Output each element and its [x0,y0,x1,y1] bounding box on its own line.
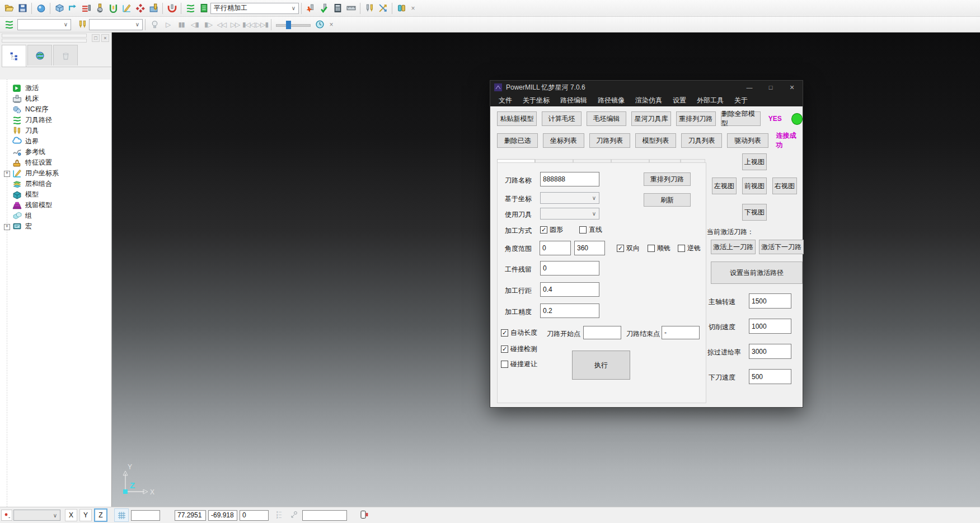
refresh-button[interactable]: 刷新 [644,193,691,207]
delete-all-models-button[interactable]: 删除全部模型 [721,111,761,126]
climb-checkbox-row[interactable]: 顺铣 [648,244,670,253]
tree-item-stock-models[interactable]: 残留模型 [0,200,111,211]
menu-about-coords[interactable]: 关于坐标 [523,96,550,105]
tree-item-groups[interactable]: 组 [0,211,111,221]
tree-item-machine-tool[interactable]: 机床 [0,94,111,104]
line-checkbox[interactable] [579,226,587,234]
menu-file[interactable]: 文件 [499,96,512,105]
collision-detect-checkbox[interactable]: ✓ [501,345,508,353]
sim-go-end-icon[interactable]: ▷▷▮ [255,18,269,31]
paste-new-model-button[interactable]: 粘贴新模型 [497,111,537,126]
model-list-button[interactable]: 模型列表 [635,133,676,148]
axis-z-button[interactable]: Z [94,508,107,522]
skim-feed-input[interactable] [749,344,791,359]
coord-x-field[interactable]: 77.2951 [175,510,206,521]
circle-checkbox[interactable]: ✓ [540,226,547,234]
tool-check-icon[interactable] [317,2,331,15]
toolpath-end-input[interactable] [662,326,700,339]
toolpath-name-input[interactable] [540,172,599,186]
toolpath-icon[interactable] [184,2,197,15]
z-heights-icon[interactable] [79,2,93,15]
dock-handle[interactable] [2,39,87,43]
toolbar-close-icon[interactable]: × [326,20,336,30]
tab-globe[interactable] [27,45,52,66]
tree-item-boundaries[interactable]: 边界 [0,136,111,147]
measure-field[interactable] [302,510,347,521]
sim-tool-icon[interactable] [76,18,89,31]
axis-y-button[interactable]: Y [79,509,92,521]
sim-play-icon[interactable]: ▷ [161,18,175,31]
view-front-button[interactable]: 前视图 [742,178,767,194]
swap-axes-icon[interactable] [376,2,390,15]
menu-path-edit[interactable]: 路径编辑 [560,96,587,105]
coord-z-field[interactable]: 0 [240,510,269,521]
line-checkbox-row[interactable]: 直线 [579,225,602,235]
tree-item-workplanes[interactable]: +用户坐标系 [0,168,111,179]
ruler-icon[interactable] [344,2,358,15]
tool-holder-icon[interactable] [395,2,408,15]
minimize-button[interactable]: — [739,81,760,94]
circle-checkbox-row[interactable]: ✓ 圆形 [540,225,563,235]
ball-tool-icon[interactable] [93,2,106,15]
maximize-button[interactable]: □ [760,81,781,94]
sim-go-start-icon[interactable]: ▮◁◁ [242,18,255,31]
spindle-speed-input[interactable] [749,293,791,309]
bidirectional-checkbox[interactable]: ✓ [617,245,624,252]
tree-item-tools[interactable]: 刀具 [0,125,111,136]
activate-prev-toolpath-button[interactable]: 激活上一刀路 [711,240,756,254]
sim-fast-forward-icon[interactable]: ▷▷ [228,18,242,31]
tool-pair-icon[interactable] [363,2,376,15]
expander-icon[interactable]: + [4,224,10,230]
cutting-feed-input[interactable] [749,319,791,334]
toolpath-icon[interactable] [2,18,16,31]
expander-icon[interactable]: + [4,171,10,177]
panel-float-icon[interactable]: □ [92,34,100,42]
workplane-combobox[interactable]: ∨ [13,510,60,521]
climb-checkbox[interactable] [648,245,655,252]
point-pattern-icon[interactable] [133,2,147,15]
bidirectional-checkbox-row[interactable]: ✓ 双向 [617,244,640,253]
use-tool-combobox[interactable]: ∨ [540,208,599,220]
auto-length-checkbox-row[interactable]: ✓ 自动长度 [501,328,537,338]
rearrange-button[interactable]: 重排列刀路 [644,172,691,186]
menu-about[interactable]: 关于 [734,96,748,105]
save-icon[interactable] [16,2,29,15]
tree-item-feature-sets[interactable]: 特征设置 [0,157,111,168]
edit-stock-button[interactable]: 毛坯编辑 [587,111,626,126]
menu-settings[interactable]: 设置 [673,96,686,105]
plunge-feed-input[interactable] [749,369,791,384]
grid-size-field[interactable] [131,510,160,521]
axis-x-button[interactable]: X [65,509,77,521]
collision-clamp-icon[interactable] [106,2,120,15]
grid-snap-icon[interactable] [114,508,129,522]
slider-thumb[interactable] [286,21,291,29]
tree-item-nc-program[interactable]: NC程序 [0,104,111,115]
tree-item-toolpaths[interactable]: 刀具路径 [0,115,111,125]
tolerance-input[interactable] [540,303,599,318]
coord-y-field[interactable]: -69.918 [208,510,237,521]
set-active-path-button[interactable]: 设置当前激活路径 [711,262,803,284]
tree-item-models[interactable]: 模型 [0,189,111,200]
angle-from-input[interactable] [540,241,571,255]
view-top-button[interactable]: 上视图 [742,153,767,170]
sim-tool-combobox[interactable]: ∨ [89,19,143,30]
stepover-input[interactable] [540,282,599,297]
tool-list-button[interactable]: 刀具列表 [681,133,722,148]
conventional-checkbox[interactable] [678,245,685,252]
menu-external-tools[interactable]: 外部工具 [697,96,724,105]
collision-detect-checkbox-row[interactable]: ✓ 碰撞检测 [501,344,537,354]
tree-item-levels[interactable]: 层和组合 [0,179,111,189]
undercut-icon[interactable] [165,2,179,15]
drive-list-button[interactable]: 驱动列表 [727,133,768,148]
calc-stock-button[interactable]: 计算毛坯 [542,111,582,126]
dock-handle[interactable] [2,34,87,38]
open-file-icon[interactable] [2,2,16,15]
collision-avoid-checkbox-row[interactable]: 碰撞避让 [501,359,537,369]
clock-icon[interactable] [313,18,326,31]
coord-list-button[interactable]: 坐标列表 [543,133,584,148]
toolpath-start-input[interactable] [583,326,621,339]
view-bottom-button[interactable]: 下视图 [742,204,767,221]
collision-avoid-checkbox[interactable] [501,361,508,368]
lightbulb-icon[interactable] [148,18,161,31]
activate-next-toolpath-button[interactable]: 激活下一刀路 [759,240,804,254]
